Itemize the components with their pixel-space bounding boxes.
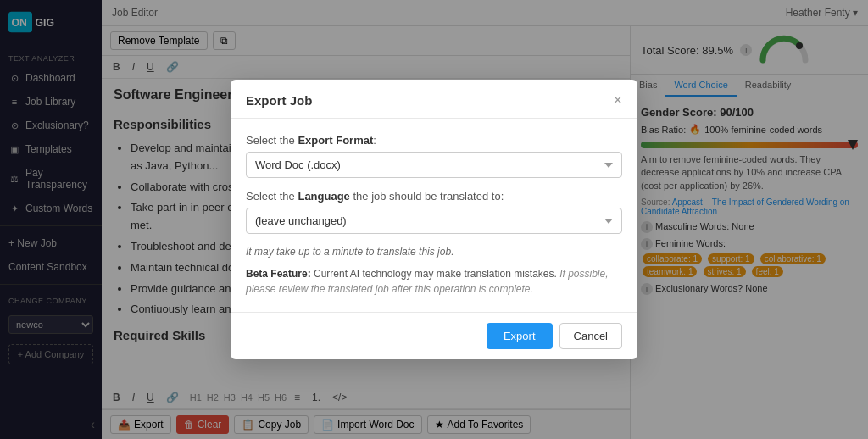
modal-footer: Export Cancel xyxy=(231,312,637,359)
beta-text: Beta Feature: Current AI technology may … xyxy=(246,266,622,297)
cancel-button[interactable]: Cancel xyxy=(559,323,622,349)
modal-overlay: Export Job × Select the Export Format: W… xyxy=(0,0,868,439)
note-text: It may take up to a minute to translate … xyxy=(246,246,622,258)
modal-body: Select the Export Format: Word Doc (.doc… xyxy=(231,119,637,312)
app-container: ON GIG TEXT ANALYZER ⊙ Dashboard ≡ Job L… xyxy=(0,0,868,439)
export-job-modal: Export Job × Select the Export Format: W… xyxy=(231,80,637,359)
modal-header: Export Job × xyxy=(231,80,637,119)
format-group: Select the Export Format: Word Doc (.doc… xyxy=(246,134,622,178)
modal-close-button[interactable]: × xyxy=(613,92,622,109)
modal-title: Export Job xyxy=(246,93,312,108)
export-confirm-button[interactable]: Export xyxy=(487,323,553,349)
language-group: Select the Language the job should be tr… xyxy=(246,190,622,234)
language-select[interactable]: (leave unchanged) Spanish French German … xyxy=(246,208,622,234)
format-select[interactable]: Word Doc (.docx) PDF Plain Text xyxy=(246,152,622,178)
language-label: Select the Language the job should be tr… xyxy=(246,190,622,203)
format-label: Select the Export Format: xyxy=(246,134,622,147)
